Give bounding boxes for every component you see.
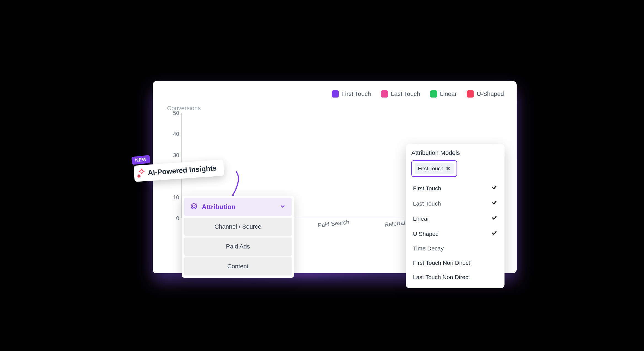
legend-swatch [381, 90, 388, 98]
y-tick: 40 [173, 131, 179, 137]
y-tick: 0 [176, 215, 179, 222]
model-option[interactable]: U Shaped [411, 226, 499, 241]
ai-insights-callout: NEW AI-Powered Insights [134, 163, 224, 179]
model-option-label: U Shaped [413, 231, 439, 237]
chip-label: First Touch [418, 166, 444, 172]
attribution-menu-item[interactable]: Paid Ads [184, 237, 292, 256]
filter-chip-first-touch[interactable]: First Touch ✕ [415, 163, 454, 174]
y-tick: 30 [173, 152, 179, 158]
model-option-label: First Touch [413, 185, 441, 192]
models-popover-title: Attribution Models [411, 149, 499, 156]
models-options-list: First TouchLast TouchLinearU ShapedTime … [411, 181, 499, 284]
model-option[interactable]: First Touch [411, 181, 499, 196]
sparkle-icon [136, 167, 148, 180]
target-icon [190, 203, 197, 211]
y-axis-label: Conversions [167, 105, 201, 112]
y-tick: 50 [173, 110, 179, 116]
stage: First TouchLast TouchLinearU-Shaped Conv… [121, 67, 523, 284]
models-chip-container: First Touch ✕ [411, 160, 457, 177]
close-icon[interactable]: ✕ [446, 165, 450, 172]
attribution-menu-item[interactable]: Content [184, 257, 292, 276]
attribution-models-popover: Attribution Models First Touch ✕ First T… [406, 144, 505, 288]
model-option[interactable]: Last Touch Non Direct [411, 270, 499, 284]
svg-point-1 [192, 205, 195, 208]
x-tick-label: Paid Search [318, 219, 350, 229]
check-icon [491, 215, 497, 222]
legend-item: Linear [430, 90, 457, 98]
y-tick: 10 [173, 194, 179, 200]
check-icon [491, 200, 497, 207]
attribution-dropdown-title: Attribution [202, 203, 236, 211]
model-option-label: Linear [413, 215, 429, 222]
legend-item: First Touch [332, 90, 371, 98]
x-tick-label: Referral [384, 219, 406, 228]
attribution-dropdown-list: Channel / SourcePaid AdsContent [184, 218, 292, 276]
model-option-label: First Touch Non Direct [413, 260, 470, 266]
legend-label: U-Shaped [477, 90, 504, 98]
attribution-dropdown-panel: Attribution Channel / SourcePaid AdsCont… [182, 196, 294, 278]
legend-item: U-Shaped [467, 90, 504, 98]
model-option[interactable]: Time Decay [411, 241, 499, 256]
model-option-label: Last Touch [413, 200, 441, 207]
legend-label: First Touch [342, 90, 371, 98]
legend-swatch [467, 90, 474, 98]
legend-swatch [430, 90, 437, 98]
model-option-label: Time Decay [413, 245, 444, 252]
legend-item: Last Touch [381, 90, 420, 98]
check-icon [491, 230, 497, 237]
legend-label: Last Touch [391, 90, 420, 98]
new-badge: NEW [132, 155, 151, 165]
model-option-label: Last Touch Non Direct [413, 274, 470, 280]
legend-swatch [332, 90, 339, 98]
model-option[interactable]: First Touch Non Direct [411, 256, 499, 270]
attribution-menu-item[interactable]: Channel / Source [184, 218, 292, 236]
model-option[interactable]: Last Touch [411, 196, 499, 211]
chevron-down-icon [280, 203, 286, 210]
check-icon [491, 185, 497, 192]
legend: First TouchLast TouchLinearU-Shaped [332, 90, 504, 98]
legend-label: Linear [440, 90, 457, 98]
model-option[interactable]: Linear [411, 211, 499, 226]
attribution-dropdown-header[interactable]: Attribution [184, 198, 292, 216]
